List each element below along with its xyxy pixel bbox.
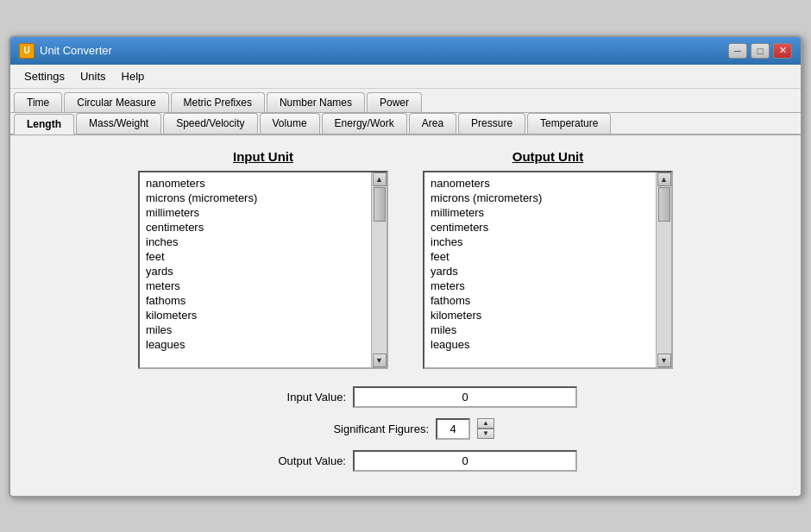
- input-unit-section: Input Unit nanometers microns (micromete…: [138, 149, 388, 369]
- list-item[interactable]: feet: [428, 249, 652, 264]
- tab-power[interactable]: Power: [367, 92, 422, 112]
- list-item[interactable]: inches: [143, 235, 368, 249]
- output-unit-list[interactable]: nanometers microns (micrometers) millime…: [424, 172, 656, 367]
- input-unit-title: Input Unit: [233, 149, 293, 164]
- tab-pressure[interactable]: Pressure: [458, 113, 525, 134]
- tab-time[interactable]: Time: [14, 92, 62, 112]
- input-value-field[interactable]: [353, 386, 577, 408]
- input-unit-scrollbar[interactable]: ▲ ▼: [371, 172, 387, 367]
- scroll-thumb[interactable]: [374, 187, 386, 222]
- title-bar-left: U Unit Converter: [19, 43, 112, 59]
- close-button[interactable]: ✕: [773, 43, 792, 59]
- maximize-button[interactable]: □: [751, 43, 770, 59]
- list-item[interactable]: yards: [428, 264, 652, 279]
- list-item[interactable]: meters: [428, 279, 652, 293]
- output-unit-title: Output Unit: [512, 149, 583, 164]
- list-item[interactable]: millimeters: [143, 205, 368, 220]
- tabs-row1: Time Circular Measure Metric Prefixes Nu…: [10, 89, 801, 113]
- list-item[interactable]: yards: [143, 264, 368, 279]
- list-item[interactable]: microns (micrometers): [428, 191, 652, 205]
- list-item[interactable]: centimeters: [143, 220, 368, 235]
- list-item[interactable]: feet: [143, 249, 368, 264]
- list-item[interactable]: leagues: [143, 337, 368, 352]
- output-unit-container: nanometers microns (micrometers) millime…: [423, 171, 673, 369]
- list-item[interactable]: inches: [428, 235, 652, 249]
- scroll-thumb[interactable]: [658, 187, 670, 222]
- sig-figs-spinner: ▲ ▼: [477, 418, 494, 439]
- output-value-field[interactable]: [353, 450, 577, 472]
- menu-units[interactable]: Units: [73, 67, 113, 85]
- window-title: Unit Converter: [40, 44, 112, 57]
- input-value-label: Input Value:: [234, 391, 346, 404]
- list-item[interactable]: microns (micrometers): [143, 191, 368, 205]
- tab-length[interactable]: Length: [14, 114, 74, 135]
- list-item[interactable]: millimeters: [428, 205, 652, 220]
- list-item[interactable]: miles: [143, 322, 368, 337]
- output-unit-section: Output Unit nanometers microns (micromet…: [423, 149, 673, 369]
- tab-number-names[interactable]: Number Names: [267, 92, 365, 112]
- sig-figs-input[interactable]: [436, 418, 470, 440]
- input-unit-list[interactable]: nanometers microns (micrometers) millime…: [140, 172, 371, 367]
- sig-figs-label: Significant Figures:: [317, 422, 429, 435]
- spinner-up-button[interactable]: ▲: [477, 418, 494, 429]
- list-item[interactable]: centimeters: [428, 220, 652, 235]
- tab-temperature[interactable]: Temperature: [527, 113, 611, 134]
- list-item[interactable]: meters: [143, 279, 368, 293]
- scroll-up-button[interactable]: ▲: [657, 172, 671, 186]
- output-value-row: Output Value:: [28, 450, 783, 472]
- main-window: U Unit Converter ─ □ ✕ Settings Units He…: [9, 35, 802, 498]
- spinner-down-button[interactable]: ▼: [477, 429, 494, 439]
- tabs-row2: Length Mass/Weight Speed/Velocity Volume…: [10, 113, 801, 135]
- menu-bar: Settings Units Help: [10, 65, 801, 89]
- tab-energy-work[interactable]: Energy/Work: [322, 113, 407, 134]
- list-item[interactable]: kilometers: [143, 308, 368, 322]
- main-content: Input Unit nanometers microns (micromete…: [10, 135, 801, 496]
- tab-metric-prefixes[interactable]: Metric Prefixes: [171, 92, 265, 112]
- title-bar: U Unit Converter ─ □ ✕: [10, 37, 801, 65]
- tab-mass-weight[interactable]: Mass/Weight: [76, 113, 161, 134]
- input-value-row: Input Value:: [28, 386, 783, 408]
- menu-settings[interactable]: Settings: [17, 67, 72, 85]
- scroll-track[interactable]: [372, 186, 387, 354]
- tab-speed-velocity[interactable]: Speed/Velocity: [163, 113, 257, 134]
- list-item[interactable]: nanometers: [428, 176, 652, 191]
- tab-circular-measure[interactable]: Circular Measure: [64, 92, 168, 112]
- output-value-label: Output Value:: [234, 454, 346, 467]
- output-unit-scrollbar[interactable]: ▲ ▼: [656, 172, 671, 367]
- app-icon: U: [19, 43, 35, 59]
- list-item[interactable]: leagues: [428, 337, 652, 352]
- scroll-down-button[interactable]: ▼: [373, 354, 387, 367]
- list-item[interactable]: miles: [428, 322, 652, 337]
- scroll-track[interactable]: [657, 186, 671, 354]
- list-item[interactable]: nanometers: [143, 176, 368, 191]
- scroll-up-button[interactable]: ▲: [373, 172, 387, 186]
- menu-help[interactable]: Help: [115, 67, 152, 85]
- tab-volume[interactable]: Volume: [260, 113, 320, 134]
- list-item[interactable]: kilometers: [428, 308, 652, 322]
- list-item[interactable]: fathoms: [428, 293, 652, 308]
- tab-area[interactable]: Area: [409, 113, 456, 134]
- sig-figs-row: Significant Figures: ▲ ▼: [28, 418, 783, 440]
- list-item[interactable]: fathoms: [143, 293, 368, 308]
- scroll-down-button[interactable]: ▼: [657, 354, 671, 367]
- input-unit-container: nanometers microns (micrometers) millime…: [138, 171, 388, 369]
- title-buttons: ─ □ ✕: [728, 43, 792, 59]
- minimize-button[interactable]: ─: [728, 43, 747, 59]
- unit-lists: Input Unit nanometers microns (micromete…: [28, 149, 783, 369]
